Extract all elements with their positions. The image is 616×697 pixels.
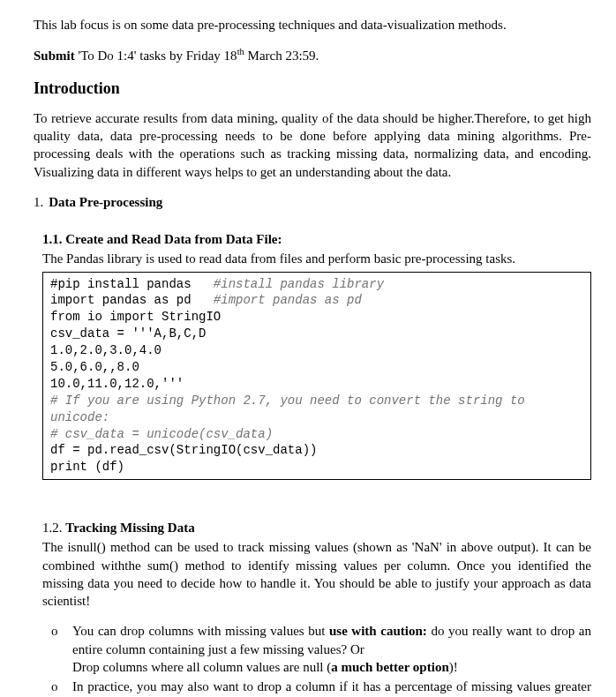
bullet1-bold-b: use with caution:	[329, 624, 427, 638]
code-line-10: df = pd.read_csv(StringIO(csv_data))	[50, 443, 317, 457]
code-comment-3: # If you are using Python 2.7, you need …	[50, 393, 532, 424]
subsection-1-1-para: The Pandas library is used to read data …	[42, 250, 591, 267]
lab-focus-text: This lab focus is on some data pre-proce…	[34, 16, 591, 34]
code-comment-4: # csv_data = unicode(csv_data)	[50, 427, 273, 441]
section-1-number: 1.	[34, 195, 43, 209]
submit-line: Submit 'To Do 1:4' tasks by Friday 18th …	[34, 46, 591, 64]
code-line-11: print (df)	[50, 460, 124, 474]
section-1-title: Data Pre-processing	[49, 195, 162, 209]
code-comment-1: #install pandas library	[214, 277, 384, 291]
bullet1-text-d: Drop columns where all column values are…	[72, 660, 331, 674]
bullet1-text-f: )!	[449, 660, 458, 674]
code-line-2a: import pandas as pd	[50, 293, 214, 307]
code-line-4: csv_data = '''A,B,C,D	[50, 326, 206, 341]
subsection-1-2-number: 1.2.	[42, 521, 65, 535]
code-line-6: 5.0,6.0,,8.0	[50, 360, 139, 374]
introduction-heading: Introduction	[34, 78, 591, 99]
code-comment-2: #import pandas as pd	[214, 293, 362, 307]
subsection-1-2-para: The isnull() method can be used to track…	[42, 538, 591, 610]
bullet1-text-a: You can drop columns with missing values…	[72, 624, 329, 638]
code-block: #pip install pandas #install pandas libr…	[42, 272, 591, 481]
subsection-1-1-title: 1.1. Create and Read Data from Data File…	[42, 230, 591, 248]
submit-text-1: 'To Do 1:4' tasks by Friday 18	[75, 49, 237, 63]
bullet-list: You can drop columns with missing values…	[42, 622, 591, 697]
bullet1-bold-e: a much better option	[331, 660, 448, 674]
introduction-paragraph: To retrieve accurate results from data m…	[34, 109, 591, 181]
code-line-7: 10.0,11.0,12.0,'''	[50, 377, 184, 391]
code-line-5: 1.0,2.0,3.0,4.0	[50, 343, 162, 357]
code-line-3: from io import StringIO	[50, 310, 221, 324]
code-line-1a: #pip install pandas	[50, 277, 214, 291]
subsection-1-2-name: Tracking Missing Data	[65, 521, 194, 535]
bullet-item-2: In practice, you may also want to drop a…	[42, 678, 591, 697]
submit-label: Submit	[34, 49, 75, 63]
subsection-1-2: 1.2. Tracking Missing Data The isnull() …	[42, 519, 591, 697]
section-1-heading: 1.Data Pre-processing	[34, 193, 591, 211]
bullet-item-1: You can drop columns with missing values…	[42, 622, 591, 676]
subsection-1-1: 1.1. Create and Read Data from Data File…	[42, 230, 591, 480]
submit-sup: th	[237, 47, 244, 56]
submit-text-2: March 23:59.	[244, 49, 319, 63]
subsection-1-2-title: 1.2. Tracking Missing Data	[42, 519, 591, 536]
